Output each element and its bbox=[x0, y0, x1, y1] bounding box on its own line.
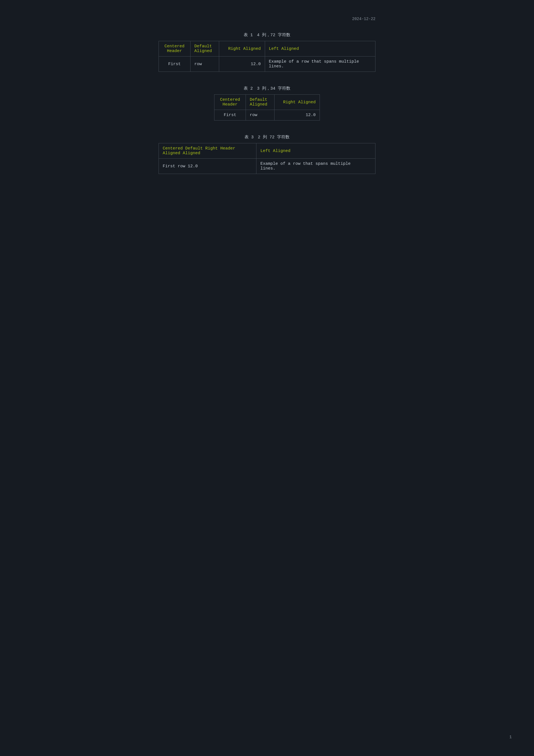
table1-header-col1: CenteredHeader bbox=[159, 41, 191, 57]
table3-row1: First row 12.0 Example of a row that spa… bbox=[159, 159, 375, 174]
table3-row1-col2: Example of a row that spans multipleline… bbox=[256, 159, 375, 174]
table3-row1-col1: First row 12.0 bbox=[159, 159, 256, 174]
table2: CenteredHeader DefaultAligned Right Alig… bbox=[214, 94, 320, 121]
page-number: 1 bbox=[510, 735, 512, 739]
table2-header-col1: CenteredHeader bbox=[215, 94, 246, 110]
table2-header-row: CenteredHeader DefaultAligned Right Alig… bbox=[215, 94, 320, 110]
table3-caption: 表 3 2 列 72 字符数 bbox=[159, 134, 375, 140]
table1-row1-col2: row bbox=[190, 57, 219, 72]
table1-header-col2: DefaultAligned bbox=[190, 41, 219, 57]
table2-caption: 表 2 3 列，34 字符数 bbox=[159, 86, 375, 91]
table2-row1-col1: First bbox=[215, 110, 246, 121]
table2-header-col3: Right Aligned bbox=[274, 94, 319, 110]
table1-section: 表 1 4 列，72 字符数 CenteredHeader DefaultAli… bbox=[159, 32, 375, 72]
table1-row1-col3: 12.0 bbox=[219, 57, 265, 72]
table3-header-col2: Left Aligned bbox=[256, 143, 375, 159]
table3-section: 表 3 2 列 72 字符数 Centered Default Right He… bbox=[159, 134, 375, 174]
table1-row1-col1: First bbox=[159, 57, 191, 72]
table2-header-col2: DefaultAligned bbox=[245, 94, 274, 110]
table2-row1-col3: 12.0 bbox=[274, 110, 319, 121]
table1-header-col4: Left Aligned bbox=[265, 41, 375, 57]
table3: Centered Default Right HeaderAligned Ali… bbox=[159, 143, 375, 174]
table1: CenteredHeader DefaultAligned Right Alig… bbox=[159, 41, 375, 72]
table1-caption: 表 1 4 列，72 字符数 bbox=[159, 32, 375, 38]
table1-header-row: CenteredHeader DefaultAligned Right Alig… bbox=[159, 41, 375, 57]
table1-row1: First row 12.0 Example of a row that spa… bbox=[159, 57, 375, 72]
table2-wrapper: CenteredHeader DefaultAligned Right Alig… bbox=[159, 94, 375, 121]
table3-header-col1: Centered Default Right HeaderAligned Ali… bbox=[159, 143, 256, 159]
table1-header-col3: Right Aligned bbox=[219, 41, 265, 57]
date-label: 2024-12-22 bbox=[159, 17, 375, 21]
table2-section: 表 2 3 列，34 字符数 CenteredHeader DefaultAli… bbox=[159, 86, 375, 121]
table2-row1-col2: row bbox=[245, 110, 274, 121]
table2-row1: First row 12.0 bbox=[215, 110, 320, 121]
table3-header-row: Centered Default Right HeaderAligned Ali… bbox=[159, 143, 375, 159]
table1-row1-col4: Example of a row that spans multipleline… bbox=[265, 57, 375, 72]
